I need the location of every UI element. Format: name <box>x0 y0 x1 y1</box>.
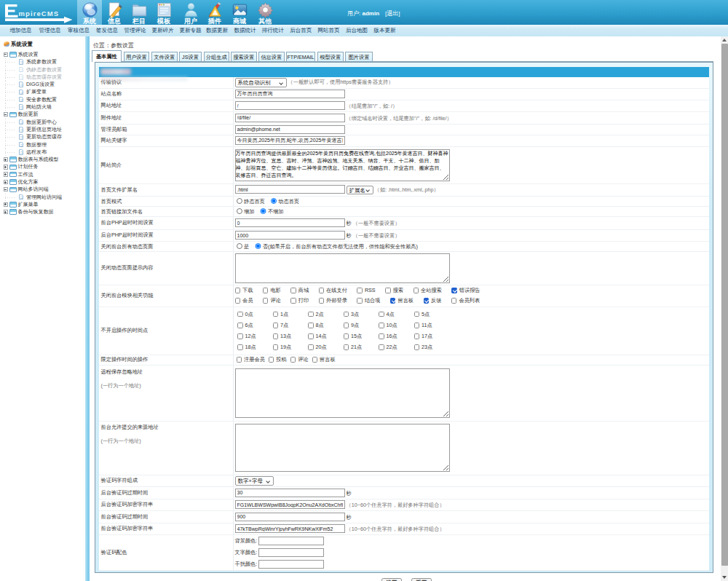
svg-text:mpireCMS: mpireCMS <box>19 9 60 17</box>
